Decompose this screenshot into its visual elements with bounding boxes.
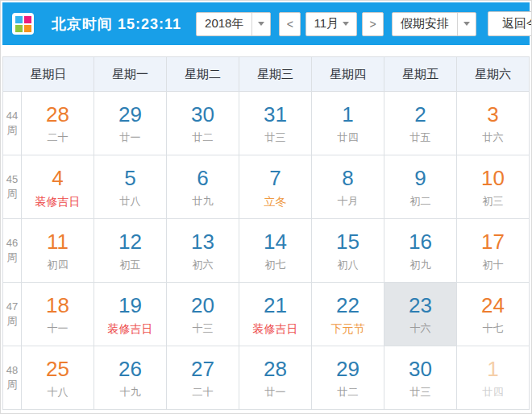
logo-square-orange — [24, 25, 31, 32]
year-select[interactable]: 2018年 — [196, 12, 271, 36]
day-cell[interactable]: 28廿一 — [239, 346, 312, 410]
day-lunar-label: 初七 — [239, 258, 311, 272]
day-cell[interactable]: 21装修吉日 — [239, 283, 312, 346]
day-cell[interactable]: 30廿二 — [167, 92, 239, 155]
day-cell[interactable]: 28二十 — [22, 92, 94, 155]
week-row: 44周28二十29廿一30廿二31廿三1廿四2廿五3廿六 — [3, 92, 530, 155]
day-cell[interactable]: 19装修吉日 — [94, 283, 167, 346]
day-cell[interactable]: 3廿六 — [457, 92, 530, 155]
day-cell[interactable]: 4装修吉日 — [22, 155, 94, 219]
weekday-header: 星期五 — [384, 57, 457, 92]
day-cell[interactable]: 24十七 — [457, 283, 530, 346]
month-select[interactable]: 11月 — [305, 12, 357, 36]
week-number-cell: 48周 — [3, 346, 22, 410]
week-suffix: 周 — [3, 250, 21, 265]
day-lunar-label: 廿四 — [457, 385, 529, 400]
day-cell[interactable]: 29廿一 — [94, 92, 167, 155]
day-cell[interactable]: 13初六 — [167, 219, 239, 283]
weekday-header: 星期三 — [239, 57, 312, 92]
beijing-time-label: 北京时间 15:23:11 — [52, 14, 181, 34]
day-cell[interactable]: 20十三 — [167, 283, 239, 346]
day-lunar-label: 廿三 — [239, 130, 311, 145]
day-number: 20 — [167, 293, 239, 317]
day-number: 28 — [22, 102, 94, 126]
day-cell[interactable]: 2廿五 — [384, 92, 457, 155]
week-suffix: 周 — [3, 378, 21, 392]
week-number: 47 — [3, 300, 21, 314]
week-number-cell: 47周 — [3, 283, 22, 346]
day-number: 23 — [384, 293, 456, 317]
day-number: 30 — [384, 357, 456, 381]
week-row: 47周18十一19装修吉日20十三21装修吉日22下元节23十六24十七 — [3, 283, 530, 346]
day-cell[interactable]: 11初四 — [22, 219, 94, 283]
day-cell[interactable]: 31廿三 — [239, 92, 312, 155]
day-number: 13 — [167, 230, 239, 254]
week-number-cell: 44周 — [3, 92, 22, 155]
day-cell[interactable]: 10初三 — [457, 155, 530, 219]
day-number: 28 — [239, 357, 311, 381]
day-number: 26 — [94, 357, 166, 381]
day-number: 12 — [94, 230, 166, 254]
day-number: 25 — [22, 357, 94, 381]
week-row: 46周11初四12初五13初六14初七15初八16初九17初十 — [3, 219, 530, 283]
year-select-value: 2018年 — [197, 16, 251, 31]
day-cell[interactable]: 26十九 — [94, 346, 167, 410]
day-cell[interactable]: 5廿八 — [94, 155, 167, 219]
day-cell[interactable]: 9初二 — [384, 155, 457, 219]
day-number: 10 — [457, 166, 529, 190]
day-lunar-label: 初四 — [22, 258, 94, 272]
day-cell[interactable]: 12初五 — [94, 219, 167, 283]
day-cell[interactable]: 27二十 — [167, 346, 239, 410]
day-number: 5 — [94, 166, 166, 190]
day-lunar-label: 装修吉日 — [22, 194, 94, 209]
year-dropdown-arrow-icon[interactable] — [251, 13, 270, 35]
day-lunar-label: 廿一 — [94, 130, 166, 145]
next-month-button[interactable]: > — [362, 12, 384, 36]
day-cell[interactable]: 17初十 — [457, 219, 530, 283]
prev-month-button[interactable]: < — [279, 12, 301, 36]
day-cell[interactable]: 6廿九 — [167, 155, 239, 219]
day-cell[interactable]: 1廿四 — [312, 92, 384, 155]
week-number-cell: 46周 — [3, 219, 22, 283]
day-lunar-label: 十月 — [312, 194, 384, 209]
day-cell[interactable]: 15初八 — [312, 219, 384, 283]
day-cell-today[interactable]: 23十六 — [384, 283, 457, 346]
day-cell[interactable]: 29廿二 — [312, 346, 384, 410]
day-cell[interactable]: 14初七 — [239, 219, 312, 283]
day-lunar-label: 二十 — [22, 130, 94, 145]
back-to-today-button[interactable]: 返回今天 — [488, 11, 532, 36]
logo-square-green — [15, 25, 23, 32]
day-cell[interactable]: 22下元节 — [312, 283, 384, 346]
day-number: 29 — [94, 102, 166, 126]
day-lunar-label: 廿二 — [312, 385, 384, 400]
day-cell[interactable]: 18十一 — [22, 283, 94, 346]
day-lunar-label: 初九 — [384, 258, 456, 272]
day-lunar-label: 十七 — [457, 321, 529, 336]
holiday-dropdown-arrow-icon[interactable] — [457, 13, 476, 35]
day-lunar-label: 二十 — [167, 385, 239, 400]
day-cell[interactable]: 16初九 — [384, 219, 457, 283]
day-number: 3 — [457, 102, 529, 126]
week-number: 46 — [3, 236, 21, 250]
day-lunar-label: 十九 — [94, 385, 166, 400]
day-number: 29 — [312, 357, 384, 381]
day-cell[interactable]: 8十月 — [312, 155, 384, 219]
day-lunar-label: 廿八 — [94, 194, 166, 209]
logo-square-pink — [24, 16, 31, 23]
day-lunar-label: 初二 — [384, 194, 456, 209]
day-lunar-label: 廿四 — [312, 130, 384, 145]
day-cell[interactable]: 7立冬 — [239, 155, 312, 219]
day-lunar-label: 廿九 — [167, 194, 239, 209]
day-number: 14 — [239, 230, 311, 254]
calendar-widget: 北京时间 15:23:11 2018年 < 11月 > 假期安排 返回今天 星期… — [0, 0, 532, 414]
holiday-select[interactable]: 假期安排 — [392, 12, 476, 36]
day-number: 7 — [239, 166, 311, 190]
topbar: 北京时间 15:23:11 2018年 < 11月 > 假期安排 返回今天 — [2, 2, 530, 45]
day-cell[interactable]: 1廿四 — [457, 346, 530, 410]
day-cell[interactable]: 25十八 — [22, 346, 94, 410]
day-lunar-label: 十八 — [22, 385, 94, 400]
day-lunar-label: 装修吉日 — [239, 321, 311, 336]
day-cell[interactable]: 30廿三 — [384, 346, 457, 410]
day-number: 4 — [22, 166, 94, 190]
day-lunar-label: 下元节 — [312, 321, 384, 336]
